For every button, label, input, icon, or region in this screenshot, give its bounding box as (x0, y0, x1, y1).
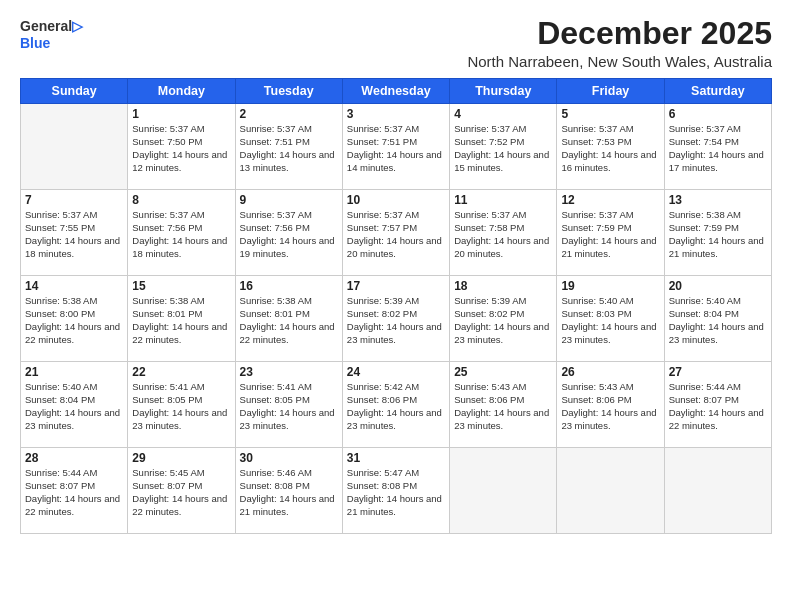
calendar-cell: 21Sunrise: 5:40 AM Sunset: 8:04 PM Dayli… (21, 362, 128, 448)
calendar-table: SundayMondayTuesdayWednesdayThursdayFrid… (20, 78, 772, 534)
calendar-cell: 31Sunrise: 5:47 AM Sunset: 8:08 PM Dayli… (342, 448, 449, 534)
cell-info: Sunrise: 5:37 AM Sunset: 7:59 PM Dayligh… (561, 209, 659, 260)
logo-blue: Blue (20, 35, 50, 51)
cell-info: Sunrise: 5:37 AM Sunset: 7:57 PM Dayligh… (347, 209, 445, 260)
calendar-cell: 28Sunrise: 5:44 AM Sunset: 8:07 PM Dayli… (21, 448, 128, 534)
calendar-cell (557, 448, 664, 534)
day-number: 4 (454, 107, 552, 121)
cell-info: Sunrise: 5:44 AM Sunset: 8:07 PM Dayligh… (25, 467, 123, 518)
cell-info: Sunrise: 5:41 AM Sunset: 8:05 PM Dayligh… (240, 381, 338, 432)
cell-info: Sunrise: 5:45 AM Sunset: 8:07 PM Dayligh… (132, 467, 230, 518)
day-number: 20 (669, 279, 767, 293)
calendar-cell: 1Sunrise: 5:37 AM Sunset: 7:50 PM Daylig… (128, 104, 235, 190)
cell-info: Sunrise: 5:38 AM Sunset: 8:01 PM Dayligh… (240, 295, 338, 346)
day-number: 16 (240, 279, 338, 293)
day-number: 14 (25, 279, 123, 293)
weekday-header-thursday: Thursday (450, 79, 557, 104)
calendar-cell: 17Sunrise: 5:39 AM Sunset: 8:02 PM Dayli… (342, 276, 449, 362)
day-number: 3 (347, 107, 445, 121)
calendar-cell: 25Sunrise: 5:43 AM Sunset: 8:06 PM Dayli… (450, 362, 557, 448)
day-number: 28 (25, 451, 123, 465)
calendar-cell: 20Sunrise: 5:40 AM Sunset: 8:04 PM Dayli… (664, 276, 771, 362)
week-row-1: 7Sunrise: 5:37 AM Sunset: 7:55 PM Daylig… (21, 190, 772, 276)
day-number: 2 (240, 107, 338, 121)
day-number: 18 (454, 279, 552, 293)
calendar-cell: 26Sunrise: 5:43 AM Sunset: 8:06 PM Dayli… (557, 362, 664, 448)
cell-info: Sunrise: 5:39 AM Sunset: 8:02 PM Dayligh… (454, 295, 552, 346)
cell-info: Sunrise: 5:37 AM Sunset: 7:58 PM Dayligh… (454, 209, 552, 260)
weekday-header-wednesday: Wednesday (342, 79, 449, 104)
calendar-cell: 13Sunrise: 5:38 AM Sunset: 7:59 PM Dayli… (664, 190, 771, 276)
weekday-header-tuesday: Tuesday (235, 79, 342, 104)
calendar-cell: 9Sunrise: 5:37 AM Sunset: 7:56 PM Daylig… (235, 190, 342, 276)
day-number: 17 (347, 279, 445, 293)
cell-info: Sunrise: 5:40 AM Sunset: 8:04 PM Dayligh… (25, 381, 123, 432)
day-number: 23 (240, 365, 338, 379)
calendar-cell (664, 448, 771, 534)
cell-info: Sunrise: 5:37 AM Sunset: 7:55 PM Dayligh… (25, 209, 123, 260)
day-number: 31 (347, 451, 445, 465)
day-number: 22 (132, 365, 230, 379)
day-number: 5 (561, 107, 659, 121)
calendar-cell: 14Sunrise: 5:38 AM Sunset: 8:00 PM Dayli… (21, 276, 128, 362)
calendar-cell: 3Sunrise: 5:37 AM Sunset: 7:51 PM Daylig… (342, 104, 449, 190)
calendar-cell: 5Sunrise: 5:37 AM Sunset: 7:53 PM Daylig… (557, 104, 664, 190)
weekday-header-monday: Monday (128, 79, 235, 104)
calendar-cell: 4Sunrise: 5:37 AM Sunset: 7:52 PM Daylig… (450, 104, 557, 190)
week-row-0: 1Sunrise: 5:37 AM Sunset: 7:50 PM Daylig… (21, 104, 772, 190)
cell-info: Sunrise: 5:41 AM Sunset: 8:05 PM Dayligh… (132, 381, 230, 432)
calendar-cell: 18Sunrise: 5:39 AM Sunset: 8:02 PM Dayli… (450, 276, 557, 362)
cell-info: Sunrise: 5:43 AM Sunset: 8:06 PM Dayligh… (454, 381, 552, 432)
cell-info: Sunrise: 5:39 AM Sunset: 8:02 PM Dayligh… (347, 295, 445, 346)
day-number: 29 (132, 451, 230, 465)
logo-general: General (20, 18, 72, 34)
calendar-cell: 29Sunrise: 5:45 AM Sunset: 8:07 PM Dayli… (128, 448, 235, 534)
cell-info: Sunrise: 5:38 AM Sunset: 8:01 PM Dayligh… (132, 295, 230, 346)
calendar-cell: 7Sunrise: 5:37 AM Sunset: 7:55 PM Daylig… (21, 190, 128, 276)
cell-info: Sunrise: 5:38 AM Sunset: 7:59 PM Dayligh… (669, 209, 767, 260)
month-title: December 2025 (467, 16, 772, 51)
calendar-cell: 10Sunrise: 5:37 AM Sunset: 7:57 PM Dayli… (342, 190, 449, 276)
day-number: 12 (561, 193, 659, 207)
header: General▷ Blue December 2025 North Narrab… (20, 16, 772, 70)
logo-text: General▷ Blue (20, 18, 83, 52)
day-number: 24 (347, 365, 445, 379)
week-row-2: 14Sunrise: 5:38 AM Sunset: 8:00 PM Dayli… (21, 276, 772, 362)
cell-info: Sunrise: 5:37 AM Sunset: 7:56 PM Dayligh… (132, 209, 230, 260)
cell-info: Sunrise: 5:40 AM Sunset: 8:04 PM Dayligh… (669, 295, 767, 346)
calendar-cell: 23Sunrise: 5:41 AM Sunset: 8:05 PM Dayli… (235, 362, 342, 448)
day-number: 19 (561, 279, 659, 293)
day-number: 10 (347, 193, 445, 207)
page: General▷ Blue December 2025 North Narrab… (0, 0, 792, 612)
day-number: 27 (669, 365, 767, 379)
calendar-cell: 6Sunrise: 5:37 AM Sunset: 7:54 PM Daylig… (664, 104, 771, 190)
day-number: 21 (25, 365, 123, 379)
day-number: 26 (561, 365, 659, 379)
cell-info: Sunrise: 5:42 AM Sunset: 8:06 PM Dayligh… (347, 381, 445, 432)
calendar-cell: 22Sunrise: 5:41 AM Sunset: 8:05 PM Dayli… (128, 362, 235, 448)
calendar-cell: 27Sunrise: 5:44 AM Sunset: 8:07 PM Dayli… (664, 362, 771, 448)
cell-info: Sunrise: 5:46 AM Sunset: 8:08 PM Dayligh… (240, 467, 338, 518)
day-number: 30 (240, 451, 338, 465)
cell-info: Sunrise: 5:43 AM Sunset: 8:06 PM Dayligh… (561, 381, 659, 432)
calendar-cell: 15Sunrise: 5:38 AM Sunset: 8:01 PM Dayli… (128, 276, 235, 362)
calendar-cell: 8Sunrise: 5:37 AM Sunset: 7:56 PM Daylig… (128, 190, 235, 276)
title-block: December 2025 North Narrabeen, New South… (467, 16, 772, 70)
day-number: 11 (454, 193, 552, 207)
weekday-header-saturday: Saturday (664, 79, 771, 104)
calendar-cell: 24Sunrise: 5:42 AM Sunset: 8:06 PM Dayli… (342, 362, 449, 448)
logo-flag-icon: ▷ (72, 18, 83, 34)
calendar-cell (21, 104, 128, 190)
location-title: North Narrabeen, New South Wales, Austra… (467, 53, 772, 70)
cell-info: Sunrise: 5:37 AM Sunset: 7:56 PM Dayligh… (240, 209, 338, 260)
cell-info: Sunrise: 5:40 AM Sunset: 8:03 PM Dayligh… (561, 295, 659, 346)
cell-info: Sunrise: 5:37 AM Sunset: 7:51 PM Dayligh… (240, 123, 338, 174)
calendar-cell: 19Sunrise: 5:40 AM Sunset: 8:03 PM Dayli… (557, 276, 664, 362)
day-number: 13 (669, 193, 767, 207)
week-row-4: 28Sunrise: 5:44 AM Sunset: 8:07 PM Dayli… (21, 448, 772, 534)
week-row-3: 21Sunrise: 5:40 AM Sunset: 8:04 PM Dayli… (21, 362, 772, 448)
day-number: 6 (669, 107, 767, 121)
logo: General▷ Blue (20, 18, 83, 52)
cell-info: Sunrise: 5:37 AM Sunset: 7:51 PM Dayligh… (347, 123, 445, 174)
calendar-cell: 2Sunrise: 5:37 AM Sunset: 7:51 PM Daylig… (235, 104, 342, 190)
